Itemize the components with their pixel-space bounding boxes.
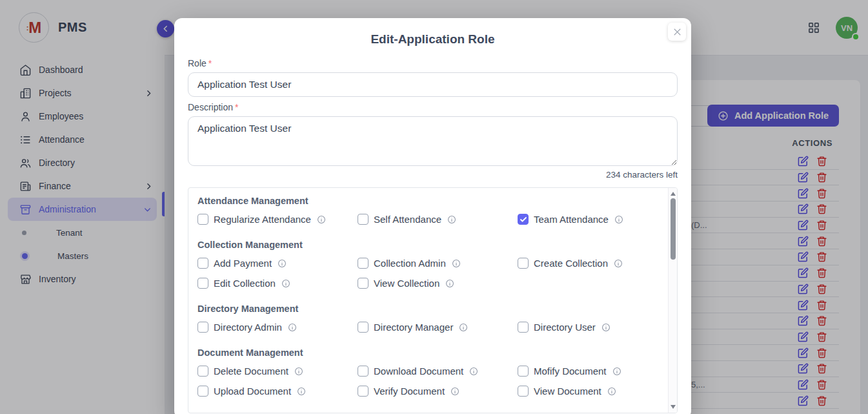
info-icon [450,387,459,396]
screen: : M PMS DashboardProjectsEmployeesAttend… [0,0,868,414]
checkbox[interactable] [518,366,529,377]
permission-option-create-collection[interactable]: Create Collection [518,258,659,269]
checkbox[interactable] [197,366,208,377]
permission-label: Create Collection [534,258,608,269]
close-icon [672,27,682,37]
permission-label: Upload Document [214,386,291,397]
permission-label: Add Payment [214,258,272,269]
info-icon [445,279,454,288]
characters-left-counter: 234 characters left [188,170,678,180]
edit-application-role-modal: Edit-Application Role Role* Description*… [174,18,691,414]
permission-section: Collection ManagementAdd PaymentCollecti… [197,240,659,289]
permission-option-delete-document[interactable]: Delete Document [197,366,358,377]
section-title: Document Management [197,348,659,358]
permission-label: Team Attendance [534,214,609,225]
permission-option-directory-manager[interactable]: Directory Manager [358,322,518,333]
options-grid: Directory AdminDirectory ManagerDirector… [197,322,659,333]
checkbox[interactable] [358,258,368,269]
info-icon [297,387,306,396]
permission-option-team-attendance[interactable]: Team Attendance [518,214,659,225]
permission-label: Self Attendance [374,214,441,225]
checkbox[interactable] [358,322,368,333]
permission-label: View Collection [374,278,439,289]
role-field-label: Role* [188,58,678,68]
checkbox[interactable] [518,322,529,333]
info-icon [607,387,616,396]
permission-section: Document ManagementDelete DocumentDownlo… [197,348,659,397]
info-icon [614,259,623,268]
permission-option-download-document[interactable]: Download Document [358,366,518,377]
info-icon [281,279,290,288]
permission-option-directory-admin[interactable]: Directory Admin [197,322,358,333]
modal-close-button[interactable] [668,23,686,41]
scroll-up-arrow-icon[interactable] [671,192,676,196]
section-title: Attendance Management [197,196,659,206]
info-icon [601,323,611,332]
permission-label: Delete Document [214,366,288,377]
info-icon [288,323,297,332]
permission-label: Verify Document [374,386,445,397]
permission-option-collection-admin[interactable]: Collection Admin [358,258,518,269]
info-icon [469,367,478,376]
options-grid: Delete DocumentDownload DocumentMofify D… [197,366,659,397]
scrollbar-thumb[interactable] [671,198,676,260]
info-icon [614,215,623,224]
permission-option-upload-document[interactable]: Upload Document [197,386,358,397]
checkbox[interactable] [197,386,208,397]
info-icon [452,259,461,268]
checkbox[interactable] [518,386,529,397]
permission-label: Collection Admin [374,258,446,269]
section-title: Directory Management [197,304,659,314]
permission-option-view-collection[interactable]: View Collection [358,278,518,289]
checkbox[interactable] [518,214,529,225]
description-textarea[interactable]: Application Test User [188,116,678,166]
info-icon [317,215,326,224]
modal-title: Edit-Application Role [188,32,678,47]
checkbox[interactable] [358,278,368,289]
description-field-label: Description* [188,102,678,112]
scrollbar[interactable] [668,188,677,413]
permission-section: Attendance ManagementRegularize Attendan… [197,196,659,225]
checkbox[interactable] [358,386,368,397]
permission-option-directory-user[interactable]: Directory User [518,322,659,333]
role-input[interactable] [188,72,678,97]
permission-option-add-payment[interactable]: Add Payment [197,258,358,269]
checkbox[interactable] [197,322,208,333]
checkbox[interactable] [518,258,529,269]
info-icon [612,367,621,376]
permission-option-mofify-document[interactable]: Mofify Document [518,366,659,377]
info-icon [459,323,468,332]
info-icon [278,259,287,268]
options-grid: Add PaymentCollection AdminCreate Collec… [197,258,659,289]
permission-option-self-attendance[interactable]: Self Attendance [358,214,518,225]
checkbox[interactable] [358,366,368,377]
permission-option-edit-collection[interactable]: Edit Collection [197,278,358,289]
checkbox[interactable] [197,214,208,225]
checkbox[interactable] [197,258,208,269]
permission-label: Directory User [534,322,596,333]
checkbox[interactable] [197,278,208,289]
info-icon [294,367,303,376]
permission-option-verify-document[interactable]: Verify Document [358,386,518,397]
permission-label: Regularize Attendance [214,214,311,225]
permission-label: Download Document [374,366,463,377]
perm-sections: Attendance ManagementRegularize Attendan… [197,196,659,397]
scroll-down-arrow-icon[interactable] [671,405,676,409]
required-marker: * [208,58,212,68]
permission-section: Directory ManagementDirectory AdminDirec… [197,304,659,333]
section-title: Collection Management [197,240,659,250]
permission-label: Mofify Document [534,366,607,377]
info-icon [447,215,456,224]
required-marker: * [235,102,238,112]
options-grid: Regularize AttendanceSelf AttendanceTeam… [197,214,659,225]
permission-label: Edit Collection [214,278,276,289]
permission-option-regularize-attendance[interactable]: Regularize Attendance [197,214,358,225]
permissions-box: Attendance ManagementRegularize Attendan… [188,187,678,413]
checkbox[interactable] [358,214,368,225]
permission-option-view-document[interactable]: View Document [518,386,659,397]
permission-label: Directory Admin [214,322,282,333]
permission-label: View Document [534,386,601,397]
permission-label: Directory Manager [374,322,453,333]
